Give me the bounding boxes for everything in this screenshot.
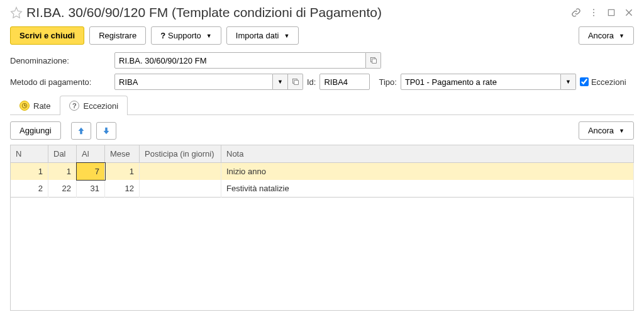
more-button[interactable]: Ancora ▼: [579, 26, 634, 45]
clock-icon: [19, 101, 30, 111]
col-header-dal[interactable]: Dal: [48, 145, 77, 163]
col-header-posticipa[interactable]: Posticipa (in giorni): [140, 145, 221, 163]
import-button[interactable]: Importa dati ▼: [226, 26, 299, 45]
tipo-label: Tipo:: [379, 77, 396, 87]
support-button[interactable]: ? Supporto ▼: [151, 26, 221, 45]
dropdown-icon[interactable]: ▼: [561, 74, 576, 90]
tab-exceptions[interactable]: ? Eccezioni: [60, 96, 128, 115]
table-empty-area: [10, 198, 634, 311]
maximize-icon[interactable]: [606, 8, 616, 18]
dropdown-icon[interactable]: ▼: [273, 74, 288, 90]
svg-point-0: [593, 9, 594, 10]
svg-rect-5: [372, 59, 376, 64]
svg-point-1: [593, 12, 594, 13]
save-close-button[interactable]: Scrivi e chiudi: [10, 26, 84, 45]
col-header-al[interactable]: Al: [77, 145, 105, 163]
svg-point-2: [593, 15, 594, 16]
table-more-button[interactable]: Ancora ▼: [579, 121, 634, 140]
tipo-input[interactable]: [401, 74, 561, 90]
table-row[interactable]: 1 1 7 1 Inizio anno: [11, 163, 634, 181]
denomination-input[interactable]: [114, 52, 366, 69]
add-button[interactable]: Aggiungi: [10, 121, 61, 140]
favorite-star-icon[interactable]: [10, 6, 23, 19]
col-header-nota[interactable]: Nota: [221, 145, 634, 163]
tab-rate[interactable]: Rate: [10, 96, 60, 115]
chevron-down-icon: ▼: [284, 33, 289, 39]
exceptions-checkbox[interactable]: [580, 77, 589, 86]
register-button[interactable]: Registrare: [89, 26, 146, 45]
denomination-label: Denominazione:: [10, 56, 111, 65]
exceptions-checkbox-wrap[interactable]: Eccezioni: [580, 77, 626, 87]
open-icon[interactable]: [288, 74, 303, 90]
svg-rect-7: [294, 81, 298, 85]
id-input[interactable]: [319, 74, 370, 90]
page-title: RI.BA. 30/60/90/120 FM (Template condizi…: [26, 5, 571, 20]
open-icon[interactable]: [366, 52, 381, 69]
move-down-button[interactable]: [96, 122, 116, 140]
link-icon[interactable]: [571, 8, 581, 18]
table-row[interactable]: 2 22 31 12 Festività natalizie: [11, 180, 634, 198]
chevron-down-icon: ▼: [206, 33, 212, 39]
chevron-down-icon: ▼: [619, 128, 625, 134]
move-up-button[interactable]: [71, 122, 91, 140]
exceptions-table: N Dal Al Mese Posticipa (in giorni) Nota…: [10, 145, 634, 198]
question-icon: ?: [160, 31, 165, 40]
chevron-down-icon: ▼: [619, 33, 625, 39]
close-icon[interactable]: [624, 8, 634, 18]
payment-method-label: Metodo di pagamento:: [10, 77, 111, 87]
col-header-mese[interactable]: Mese: [105, 145, 140, 163]
col-header-n[interactable]: N: [11, 145, 48, 163]
payment-method-input[interactable]: [114, 74, 273, 90]
more-vertical-icon[interactable]: [589, 8, 599, 18]
svg-rect-3: [608, 9, 614, 15]
question-icon: ?: [69, 101, 79, 111]
id-label: Id:: [307, 77, 316, 87]
